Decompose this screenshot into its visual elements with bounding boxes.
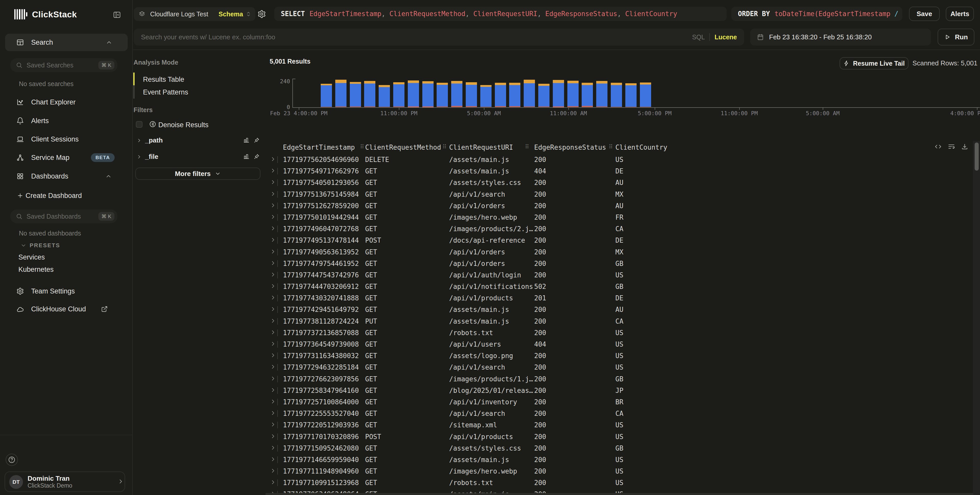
expand-row-icon[interactable]: [270, 433, 276, 439]
expand-row-icon[interactable]: [270, 318, 276, 324]
expand-row-icon[interactable]: [270, 283, 276, 289]
expand-row-icon[interactable]: [270, 387, 276, 393]
col-header[interactable]: EdgeStartTimestamp: [283, 143, 355, 151]
table-row[interactable]: 1771977501019442944 GET /images/hero.web…: [266, 212, 980, 223]
table-row[interactable]: 1771977150952462080 GET /assets/styles.c…: [266, 443, 980, 454]
filter-field-path[interactable]: _path: [136, 136, 163, 144]
histogram-bar[interactable]: [451, 81, 463, 107]
sidebar-item-search[interactable]: Search: [5, 34, 128, 51]
save-button[interactable]: Save: [909, 6, 940, 21]
table-row[interactable]: 1771977430320741888 GET /api/v1/products…: [266, 293, 980, 304]
collapse-sidebar-icon[interactable]: [113, 11, 121, 19]
histogram-bar[interactable]: [524, 80, 535, 107]
expand-row-icon[interactable]: [270, 479, 276, 485]
drag-handle-icon[interactable]: ⠿: [360, 143, 364, 150]
table-row[interactable]: 1771977109915123968 GET /robots.txt 200 …: [266, 477, 980, 489]
expand-row-icon[interactable]: [270, 399, 276, 404]
table-row[interactable]: 1771977540501293056 GET /assets/styles.c…: [266, 177, 980, 189]
histogram-bar[interactable]: [437, 83, 448, 107]
expand-row-icon[interactable]: [270, 468, 276, 474]
histogram-bar[interactable]: [321, 84, 332, 107]
histogram-bar[interactable]: [640, 83, 651, 107]
histogram-bar[interactable]: [495, 83, 506, 107]
col-header[interactable]: ClientRequestURI: [449, 143, 513, 151]
table-row[interactable]: 1771977294632285184 GET /api/v1/search 2…: [266, 362, 980, 373]
histogram-bar[interactable]: [538, 84, 549, 107]
code-view-icon[interactable]: [935, 143, 942, 150]
histogram-bar[interactable]: [335, 80, 347, 107]
expand-row-icon[interactable]: [270, 260, 276, 266]
expand-row-icon[interactable]: [270, 295, 276, 300]
col-header[interactable]: ClientCountry: [616, 143, 667, 151]
horizontal-scrollbar[interactable]: [266, 493, 974, 495]
histogram-bar[interactable]: [611, 83, 622, 107]
histogram-bar[interactable]: [350, 82, 361, 107]
table-row[interactable]: 1771977513675145984 GET /api/v1/search 2…: [266, 189, 980, 201]
pin-icon[interactable]: [253, 137, 260, 143]
histogram-bar[interactable]: [364, 81, 375, 107]
table-row[interactable]: 1771977512627859200 GET /api/v1/orders 2…: [266, 201, 980, 212]
saved-searches-input[interactable]: Saved Searches ⌘ K: [10, 58, 118, 72]
expand-row-icon[interactable]: [270, 214, 276, 220]
expand-row-icon[interactable]: [270, 306, 276, 312]
table-row[interactable]: 1771977225553527040 GET /api/v1/search 2…: [266, 408, 980, 420]
filter-file-actions[interactable]: [243, 153, 260, 160]
user-menu[interactable]: DT Dominic Tran ClickStack Demo: [5, 471, 125, 492]
expand-row-icon[interactable]: [270, 168, 276, 173]
date-range-picker[interactable]: Feb 23 16:38:20 - Feb 25 16:38:20: [750, 29, 931, 45]
saved-dashboards-input[interactable]: Saved Dashboards ⌘ K: [10, 209, 118, 223]
data-source-selector[interactable]: Cloudflare Logs Test Schema: [134, 7, 255, 21]
col-header[interactable]: ClientRequestMethod: [365, 143, 441, 151]
histogram-bar[interactable]: [596, 81, 608, 107]
table-row[interactable]: 1771977562054696960 DELETE /assets/main.…: [266, 154, 980, 166]
chart-icon[interactable]: [243, 137, 250, 143]
table-row[interactable]: 1771977381128724224 PUT /assets/main.js …: [266, 316, 980, 328]
table-row[interactable]: 1771977258347964160 GET /blog/2025/01/re…: [266, 385, 980, 397]
histogram-bar[interactable]: [553, 80, 564, 107]
histogram-bar[interactable]: [379, 85, 390, 107]
expand-row-icon[interactable]: [270, 376, 276, 381]
alerts-button[interactable]: Alerts: [946, 6, 974, 21]
table-row[interactable]: 1771977495137478144 POST /docs/api-refer…: [266, 235, 980, 247]
expand-row-icon[interactable]: [270, 341, 276, 347]
sidebar-item-services[interactable]: Services: [18, 253, 45, 261]
expand-row-icon[interactable]: [270, 457, 276, 462]
sidebar-item-kubernetes[interactable]: Kubernetes: [18, 266, 54, 274]
expand-row-icon[interactable]: [270, 329, 276, 335]
histogram-bar[interactable]: [466, 82, 477, 107]
expand-row-icon[interactable]: [270, 191, 276, 197]
expand-row-icon[interactable]: [270, 364, 276, 369]
table-row[interactable]: 1771977170170320896 POST /api/v1/product…: [266, 431, 980, 443]
table-row[interactable]: 1771977490563613952 GET /api/v1/orders 2…: [266, 247, 980, 258]
table-row[interactable]: 1771977257100864000 GET /api/v1/inventor…: [266, 397, 980, 408]
run-button[interactable]: Run: [938, 29, 974, 45]
order-by-input[interactable]: ORDER BY toDateTime(EdgeStartTimestamp /: [731, 6, 902, 21]
histogram-bar[interactable]: [509, 83, 520, 107]
table-row[interactable]: 1771977146659959040 GET /assets/main.js …: [266, 454, 980, 466]
histogram-bar[interactable]: [393, 82, 404, 107]
sidebar-item-service-map[interactable]: Service Map BETA: [0, 150, 133, 165]
help-button[interactable]: [6, 454, 18, 466]
expand-row-icon[interactable]: [270, 156, 276, 162]
table-row[interactable]: 1771977311634380032 GET /assets/logo.png…: [266, 350, 980, 362]
expand-row-icon[interactable]: [270, 179, 276, 185]
expand-row-icon[interactable]: [270, 422, 276, 427]
histogram-bar[interactable]: [582, 83, 593, 107]
table-row[interactable]: 1771977364549739008 GET /api/v1/users 40…: [266, 339, 980, 350]
table-row[interactable]: 1771977444703206912 GET /api/v1/notifica…: [266, 281, 980, 293]
mode-event-patterns[interactable]: Event Patterns: [143, 88, 188, 96]
sidebar-item-client-sessions[interactable]: Client Sessions: [0, 132, 133, 147]
sidebar-item-team-settings[interactable]: Team Settings: [0, 283, 133, 299]
expand-row-icon[interactable]: [270, 272, 276, 277]
expand-row-icon[interactable]: [270, 226, 276, 231]
drag-handle-icon[interactable]: ⠿: [525, 143, 528, 150]
table-row[interactable]: 1771977429451649792 GET /assets/main.js …: [266, 304, 980, 316]
expand-row-icon[interactable]: [270, 352, 276, 358]
table-row[interactable]: 1771977276623097856 GET /images/products…: [266, 374, 980, 385]
scrollbar-track[interactable]: [973, 141, 980, 495]
schema-toggle[interactable]: Schema: [219, 11, 243, 18]
download-icon[interactable]: [961, 143, 968, 150]
sidebar-item-chart-explorer[interactable]: Chart Explorer: [0, 94, 133, 110]
sidebar-item-clickhouse-cloud[interactable]: ClickHouse Cloud: [0, 301, 133, 317]
scrollbar-thumb[interactable]: [975, 143, 979, 170]
